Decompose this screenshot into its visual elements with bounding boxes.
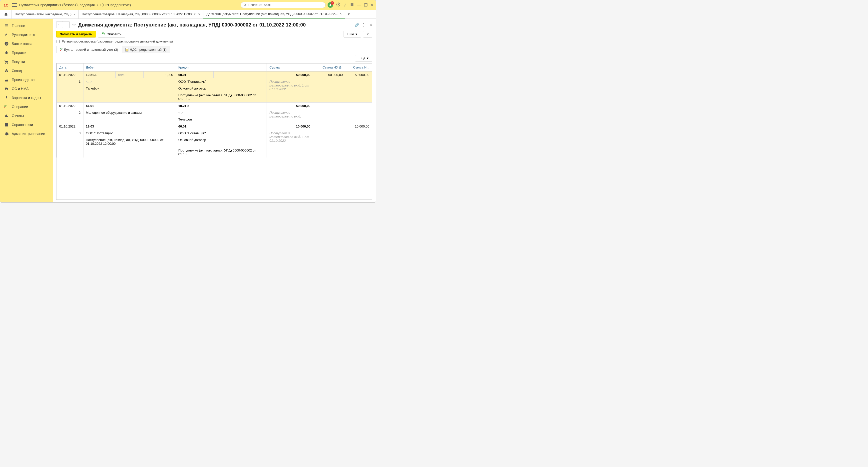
save-close-button[interactable]: Записать и закрыть bbox=[56, 31, 96, 37]
manual-edit-label: Ручная корректировка (разрешает редактир… bbox=[62, 39, 173, 43]
tab-accounting[interactable]: ДтКт Бухгалтерский и налоговый учет (3) bbox=[57, 46, 122, 54]
document-icon bbox=[125, 48, 128, 52]
titlebar: 1C Бухгалтерия предприятия (базовая), ре… bbox=[0, 0, 376, 10]
svg-point-9 bbox=[6, 96, 7, 98]
table-row[interactable]: 2 Малоценное оборудование и запасы < > П… bbox=[57, 109, 372, 116]
col-sum-nu-dt[interactable]: Сумма НУ Дт bbox=[313, 63, 345, 71]
arrow-icon bbox=[4, 32, 9, 37]
dtkt-icon: ДтКт bbox=[60, 48, 63, 52]
sidebar-item-bank[interactable]: ₽Банк и касса bbox=[0, 39, 53, 48]
home-tab[interactable] bbox=[0, 10, 12, 19]
col-sum[interactable]: Сумма bbox=[267, 63, 313, 71]
book-icon bbox=[4, 122, 9, 127]
table-row[interactable]: 01.10.2022 10.21.1 Кол.: 1,000 60.01 50 … bbox=[57, 71, 372, 79]
cart-icon bbox=[4, 59, 9, 64]
help-button[interactable]: ? bbox=[363, 31, 372, 37]
svg-rect-7 bbox=[7, 70, 8, 72]
factory-icon bbox=[4, 78, 9, 82]
menu-icon[interactable] bbox=[12, 2, 17, 8]
document-tabs: Поступление (акты, накладные, УПД) × Пос… bbox=[0, 10, 376, 19]
star-icon[interactable]: ☆ bbox=[344, 3, 347, 7]
sidebar-item-purchases[interactable]: Покупки bbox=[0, 57, 53, 66]
col-sum-nu-kt[interactable]: Сумма Н... bbox=[345, 63, 372, 71]
dtkt-icon: ДтКт bbox=[4, 105, 9, 109]
sidebar-item-assets[interactable]: ОС и НМА bbox=[0, 84, 53, 93]
menu-icon bbox=[4, 24, 9, 28]
tab-vat[interactable]: НДС предъявленный (1) bbox=[122, 46, 170, 53]
app-title: Бухгалтерия предприятия (базовая), редак… bbox=[19, 3, 239, 7]
refresh-icon bbox=[102, 32, 105, 36]
gear-icon bbox=[4, 132, 9, 136]
sidebar-item-operations[interactable]: ДтКтОперации bbox=[0, 102, 53, 111]
svg-text:₽: ₽ bbox=[6, 42, 7, 45]
tab-movements[interactable]: Движения документа: Поступление (акт, на… bbox=[204, 10, 345, 19]
sidebar-item-catalogs[interactable]: Справочники bbox=[0, 120, 53, 129]
search-input[interactable] bbox=[241, 2, 326, 8]
table-header-row: Дата Дебет Кредит Сумма Сумма НУ Дт Сумм… bbox=[57, 63, 372, 71]
kebab-menu-icon[interactable]: ⋮ bbox=[362, 23, 366, 27]
tab-close-icon[interactable]: × bbox=[73, 12, 75, 16]
ruble-icon: ₽ bbox=[4, 41, 9, 46]
sidebar-item-reports[interactable]: Отчеты bbox=[0, 111, 53, 120]
sidebar-item-manager[interactable]: Руководителю bbox=[0, 30, 53, 39]
tab-close-icon[interactable]: × bbox=[198, 12, 200, 16]
refresh-button[interactable]: Обновить bbox=[98, 31, 125, 37]
sidebar-item-warehouse[interactable]: Склад bbox=[0, 66, 53, 75]
history-icon[interactable] bbox=[336, 2, 341, 8]
truck-icon bbox=[4, 87, 9, 91]
table-row[interactable]: 01.10.2022 44.01 10.21.2 50 000,00 bbox=[57, 103, 372, 110]
grid[interactable]: Дата Дебет Кредит Сумма Сумма НУ Дт Сумм… bbox=[56, 63, 372, 200]
notification-icon[interactable] bbox=[328, 2, 333, 8]
svg-rect-10 bbox=[5, 116, 6, 117]
manual-edit-checkbox[interactable] bbox=[56, 40, 60, 43]
svg-rect-12 bbox=[7, 116, 8, 117]
col-credit[interactable]: Кредит bbox=[176, 63, 267, 71]
table-row[interactable]: 1 <...> ООО "Поставщик" Поступление мате… bbox=[57, 78, 372, 85]
sidebar-item-production[interactable]: Производство bbox=[0, 75, 53, 84]
col-date[interactable]: Дата bbox=[57, 63, 84, 71]
tab-close-icon[interactable]: × bbox=[340, 12, 342, 16]
more-button[interactable]: Еще ▾ bbox=[344, 31, 361, 37]
tab-receipt[interactable]: Поступление товаров: Накладная, УПД 0000… bbox=[79, 10, 204, 19]
person-icon bbox=[4, 95, 9, 100]
maximize-icon[interactable]: ❐ bbox=[364, 3, 368, 7]
sidebar-item-main[interactable]: Главное bbox=[0, 21, 53, 30]
sidebar-item-admin[interactable]: Администрирование bbox=[0, 129, 53, 138]
col-debit[interactable]: Дебет bbox=[83, 63, 176, 71]
link-icon[interactable]: 🔗 bbox=[354, 23, 360, 27]
forward-button[interactable]: → bbox=[63, 22, 69, 28]
app-logo: 1C bbox=[2, 2, 10, 8]
chart-icon bbox=[4, 114, 9, 118]
boxes-icon bbox=[4, 68, 9, 73]
minimize-icon[interactable]: — bbox=[357, 3, 361, 7]
page-title: Движения документа: Поступление (акт, на… bbox=[78, 22, 352, 28]
table-row[interactable]: 01.10.2022 19.03 60.01 10 000,00 10 000,… bbox=[57, 123, 372, 130]
table-row[interactable]: 3 ООО "Поставщик" ООО "Поставщик" Поступ… bbox=[57, 130, 372, 137]
tab-list[interactable]: Поступление (акты, накладные, УПД) × bbox=[12, 10, 79, 19]
svg-rect-6 bbox=[5, 70, 6, 72]
close-icon[interactable]: ✕ bbox=[371, 3, 374, 7]
sidebar-item-salary[interactable]: Зарплата и кадры bbox=[0, 93, 53, 102]
settings-icon[interactable] bbox=[350, 2, 354, 7]
close-document-icon[interactable]: × bbox=[370, 22, 372, 28]
bag-icon bbox=[4, 51, 9, 55]
back-button[interactable]: ← bbox=[57, 22, 63, 28]
home-icon bbox=[4, 12, 8, 17]
search-icon bbox=[243, 3, 247, 7]
svg-rect-8 bbox=[6, 69, 7, 70]
svg-rect-11 bbox=[6, 115, 7, 117]
sidebar-item-sales[interactable]: Продажи bbox=[0, 48, 53, 57]
tabs-dropdown[interactable]: ▾ bbox=[345, 10, 352, 19]
sidebar: Главное Руководителю ₽Банк и касса Прода… bbox=[0, 19, 53, 202]
grid-more-button[interactable]: Еще ▾ bbox=[355, 55, 372, 61]
favorite-star-icon[interactable]: ☆ bbox=[72, 22, 76, 28]
